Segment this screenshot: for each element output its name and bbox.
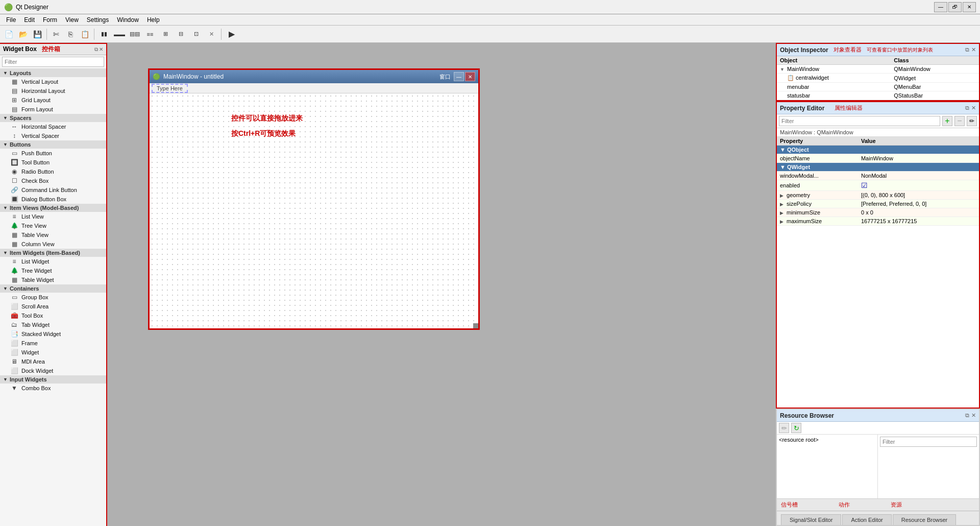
widget-item-stacked-widget[interactable]: 📑 Stacked Widget [0, 329, 106, 339]
menu-file[interactable]: File [2, 15, 20, 25]
property-filter-input[interactable] [779, 116, 940, 126]
resource-browser-controls[interactable]: ⧉ ✕ [965, 412, 976, 419]
widget-box-scroll[interactable]: ▼ Layouts ▦ Vertical Layout ▤ Horizontal… [0, 69, 106, 526]
toolbar-save[interactable]: 💾 [31, 28, 44, 41]
category-spacers[interactable]: ▼ Spacers [0, 114, 106, 122]
menu-settings[interactable]: Settings [83, 15, 113, 25]
resize-handle[interactable] [473, 323, 478, 328]
prop-row-maximumsize[interactable]: ▶ maximumSize 16777215 x 16777215 [777, 217, 979, 226]
widget-item-table-widget[interactable]: ▦ Table Widget [0, 275, 106, 284]
widget-item-dock-widget[interactable]: ⬜ Dock Widget [0, 366, 106, 375]
toolbar-paste[interactable]: 📋 [78, 28, 91, 41]
resource-root-item[interactable]: <resource root> [779, 437, 875, 443]
widget-item-check-box[interactable]: ☐ Check Box [0, 176, 106, 185]
close-icon[interactable]: ✕ [971, 46, 976, 53]
edit-property-btn[interactable]: ✏ [967, 116, 977, 126]
designer-canvas[interactable]: 控件可以直接拖放进来 按Ctrl+R可预览效果 [150, 93, 478, 328]
widget-item-scroll-area[interactable]: ⬜ Scroll Area [0, 302, 106, 311]
prop-row-geometry[interactable]: ▶ geometry [(0, 0), 800 x 600] [777, 191, 979, 200]
prop-value-enabled[interactable]: ☑ [858, 180, 979, 191]
toolbar-layout4[interactable]: ≡≡ [143, 28, 157, 41]
widget-item-list-view[interactable]: ≡ List View [0, 212, 106, 221]
prop-row-minimumsize[interactable]: ▶ minimumSize 0 x 0 [777, 208, 979, 217]
toolbar-break[interactable]: ⤫ [204, 28, 218, 41]
widget-item-tool-button[interactable]: 🔲 Tool Button [0, 158, 106, 167]
toolbar-copy[interactable]: ⎘ [64, 28, 77, 41]
property-scroll[interactable]: Property Value ▼ QObject [777, 137, 979, 408]
widget-item-mdi-area[interactable]: 🖥 MDI Area [0, 357, 106, 366]
close-button[interactable]: ✕ [963, 2, 976, 12]
object-inspector-controls[interactable]: ⧉ ✕ [965, 46, 976, 53]
prop-value-sizepolicy[interactable]: [Preferred, Preferred, 0, 0] [858, 200, 979, 208]
widget-item-list-widget[interactable]: ≡ List Widget [0, 257, 106, 266]
toolbar-layout2[interactable]: ▬▬ [112, 28, 127, 41]
widget-item-push-button[interactable]: ▭ Push Button [0, 149, 106, 158]
widget-item-tab-widget[interactable]: 🗂 Tab Widget [0, 320, 106, 329]
widget-item-horizontal-layout[interactable]: ▤ Horizontal Layout [0, 86, 106, 95]
checkbox-enabled[interactable]: ☑ [861, 181, 868, 189]
category-containers[interactable]: ▼ Containers [0, 284, 106, 293]
toolbar-open[interactable]: 📂 [16, 28, 30, 41]
widget-item-widget[interactable]: ⬜ Widget [0, 348, 106, 357]
float-icon[interactable]: ⧉ [965, 105, 969, 111]
prop-row-enabled[interactable]: enabled ☑ [777, 180, 979, 191]
widget-box-filter-input[interactable] [2, 57, 104, 67]
designer-window-controls[interactable]: — ✕ [454, 72, 475, 81]
toolbar-preview[interactable]: ▶ [224, 28, 239, 41]
widget-item-combo-box[interactable]: ▼ Combo Box [0, 384, 106, 393]
widget-item-tree-widget[interactable]: 🌲 Tree Widget [0, 266, 106, 275]
category-layouts[interactable]: ▼ Layouts [0, 69, 106, 77]
tab-resource-browser[interactable]: Resource Browser [893, 514, 956, 525]
property-editor-controls[interactable]: ⧉ ✕ [965, 105, 976, 111]
widget-box-float-btn[interactable]: ⧉ [94, 46, 98, 53]
widget-item-tree-view[interactable]: 🌲 Tree View [0, 221, 106, 230]
remove-property-btn[interactable]: − [954, 116, 965, 126]
widget-item-dialog-button-box[interactable]: 🔳 Dialog Button Box [0, 195, 106, 204]
category-item-widgets[interactable]: ▼ Item Widgets (Item-Based) [0, 249, 106, 257]
widget-item-table-view[interactable]: ▦ Table View [0, 230, 106, 240]
minimize-button[interactable]: — [934, 2, 947, 12]
prop-value-windowmodal[interactable]: NonModal [858, 172, 979, 180]
widget-box-controls[interactable]: ⧉ ✕ [94, 46, 103, 53]
toolbar-layout6[interactable]: ⊟ [174, 28, 188, 41]
widget-item-command-link[interactable]: 🔗 Command Link Button [0, 185, 106, 195]
menu-edit[interactable]: Edit [20, 15, 39, 25]
resource-filter-input[interactable] [880, 437, 977, 447]
widget-box-close-btn[interactable]: ✕ [99, 46, 103, 53]
add-property-btn[interactable]: + [942, 116, 952, 126]
menu-window[interactable]: Window [113, 15, 143, 25]
prop-row-objectname[interactable]: objectName MainWindow [777, 154, 979, 163]
toolbar-layout7[interactable]: ⊡ [189, 28, 203, 41]
widget-item-vertical-spacer[interactable]: ↕ Vertical Spacer [0, 131, 106, 140]
refresh-btn[interactable]: ↻ [791, 423, 801, 433]
widget-item-frame[interactable]: ⬜ Frame [0, 339, 106, 348]
edit-resource-btn[interactable]: ✏ [779, 423, 789, 433]
widget-item-group-box[interactable]: ▭ Group Box [0, 293, 106, 302]
close-icon[interactable]: ✕ [971, 105, 976, 111]
category-input-widgets[interactable]: ▼ Input Widgets [0, 375, 106, 384]
widget-item-tool-box[interactable]: 🧰 Tool Box [0, 311, 106, 320]
designer-type-here[interactable]: Type Here [152, 84, 188, 93]
widget-item-horizontal-spacer[interactable]: ↔ Horizontal Spacer [0, 122, 106, 131]
close-icon[interactable]: ✕ [971, 412, 976, 419]
category-item-views[interactable]: ▼ Item Views (Model-Based) [0, 204, 106, 212]
toolbar-layout3[interactable]: ▤▤ [128, 28, 142, 41]
toolbar-layout5[interactable]: ⊞ [158, 28, 173, 41]
designer-minimize-btn[interactable]: — [454, 72, 464, 81]
table-row[interactable]: menubar QMenuBar [777, 83, 979, 91]
menu-form[interactable]: Form [39, 15, 61, 25]
tab-signal-slot-editor[interactable]: Signal/Slot Editor [781, 514, 841, 525]
prop-value-minimumsize[interactable]: 0 x 0 [858, 208, 979, 217]
widget-item-vertical-layout[interactable]: ▦ Vertical Layout [0, 77, 106, 86]
prop-row-windowmodal[interactable]: windowModal... NonModal [777, 172, 979, 180]
toolbar-cut[interactable]: ✄ [50, 28, 63, 41]
menu-view[interactable]: View [61, 15, 83, 25]
toolbar-layout1[interactable]: ▮▮ [97, 28, 111, 41]
float-icon[interactable]: ⧉ [965, 46, 969, 53]
window-controls[interactable]: — 🗗 ✕ [934, 2, 976, 12]
menu-help[interactable]: Help [143, 15, 164, 25]
prop-value-objectname[interactable]: MainWindow [858, 154, 979, 163]
category-buttons[interactable]: ▼ Buttons [0, 140, 106, 149]
widget-item-radio-button[interactable]: ◉ Radio Button [0, 167, 106, 176]
prop-row-sizepolicy[interactable]: ▶ sizePolicy [Preferred, Preferred, 0, 0… [777, 200, 979, 208]
